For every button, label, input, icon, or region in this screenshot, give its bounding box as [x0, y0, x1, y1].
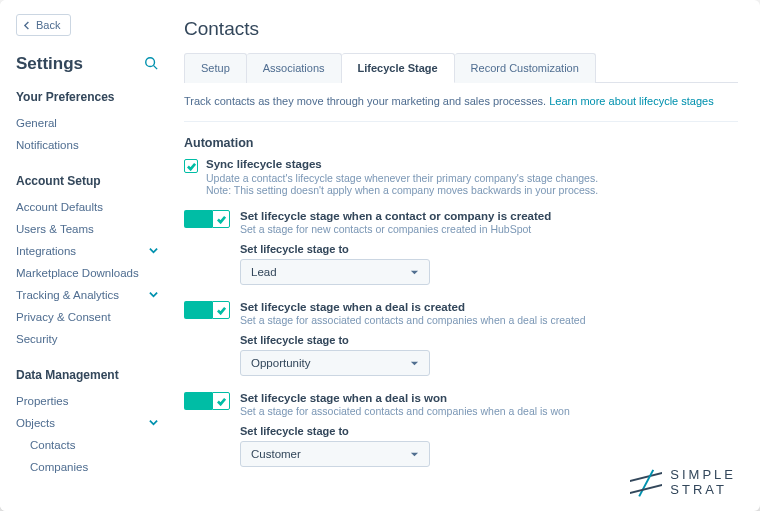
- select-deal-created-stage[interactable]: Opportunity: [240, 350, 430, 376]
- block-deal-won-help: Set a stage for associated contacts and …: [240, 405, 738, 417]
- block-deal-created-help: Set a stage for associated contacts and …: [240, 314, 738, 326]
- check-icon: [217, 397, 226, 406]
- sidebar-section-data: Data Management Properties Objects Conta…: [16, 368, 158, 478]
- desc-text: Track contacts as they move through your…: [184, 95, 549, 107]
- set-stage-label: Set lifecycle stage to: [240, 243, 738, 255]
- brand-logo: SIMPLE STRAT: [630, 468, 736, 497]
- check-icon: [187, 162, 196, 171]
- toggle-check: [212, 301, 230, 319]
- sidebar-item-tracking[interactable]: Tracking & Analytics: [16, 284, 158, 306]
- sidebar-item-security[interactable]: Security: [16, 328, 158, 350]
- tab-description: Track contacts as they move through your…: [184, 83, 738, 122]
- sync-lifecycle-help: Update a contact's lifecycle stage whene…: [206, 172, 626, 196]
- block-created-title: Set lifecycle stage when a contact or co…: [240, 210, 738, 222]
- sidebar-heading-account: Account Setup: [16, 174, 158, 188]
- select-value: Customer: [251, 448, 301, 460]
- app-frame: Back Settings Your Preferences General N…: [0, 0, 760, 511]
- svg-line-1: [154, 65, 158, 69]
- sidebar-item-users-teams[interactable]: Users & Teams: [16, 218, 158, 240]
- sidebar-item-privacy[interactable]: Privacy & Consent: [16, 306, 158, 328]
- sync-lifecycle-label: Sync lifecycle stages: [206, 158, 626, 170]
- tab-associations[interactable]: Associations: [247, 53, 342, 83]
- caret-down-icon: [410, 359, 419, 368]
- search-icon[interactable]: [144, 56, 158, 73]
- chevron-left-icon: [23, 21, 32, 30]
- block-created-help: Set a stage for new contacts or companie…: [240, 223, 738, 235]
- check-icon: [217, 306, 226, 315]
- settings-header: Settings: [16, 54, 158, 74]
- sidebar-item-marketplace[interactable]: Marketplace Downloads: [16, 262, 158, 284]
- block-deal-created-title: Set lifecycle stage when a deal is creat…: [240, 301, 738, 313]
- toggle-created[interactable]: [184, 210, 230, 228]
- select-value: Lead: [251, 266, 277, 278]
- check-icon: [217, 215, 226, 224]
- settings-title: Settings: [16, 54, 83, 74]
- toggle-deal-won[interactable]: [184, 392, 230, 410]
- caret-down-icon: [410, 268, 419, 277]
- set-stage-label: Set lifecycle stage to: [240, 425, 738, 437]
- toggle-check: [212, 392, 230, 410]
- chevron-down-icon: [149, 245, 158, 257]
- block-deal-won-title: Set lifecycle stage when a deal is won: [240, 392, 738, 404]
- back-button[interactable]: Back: [16, 14, 71, 36]
- caret-down-icon: [410, 450, 419, 459]
- sidebar-section-preferences: Your Preferences General Notifications: [16, 90, 158, 156]
- select-deal-won-stage[interactable]: Customer: [240, 441, 430, 467]
- sidebar-heading-preferences: Your Preferences: [16, 90, 158, 104]
- learn-more-link[interactable]: Learn more about lifecycle stages: [549, 95, 713, 107]
- toggle-check: [212, 210, 230, 228]
- toggle-deal-created[interactable]: [184, 301, 230, 319]
- sidebar-item-companies[interactable]: Companies: [16, 456, 158, 478]
- page-title: Contacts: [184, 18, 738, 40]
- sync-lifecycle-row: Sync lifecycle stages Update a contact's…: [184, 158, 738, 196]
- sidebar-item-notifications[interactable]: Notifications: [16, 134, 158, 156]
- main-content: Contacts Setup Associations Lifecycle St…: [170, 0, 760, 511]
- sidebar-item-account-defaults[interactable]: Account Defaults: [16, 196, 158, 218]
- tabs: Setup Associations Lifecycle Stage Recor…: [184, 52, 738, 83]
- lifecycle-block-deal-created: Set lifecycle stage when a deal is creat…: [184, 301, 738, 376]
- sidebar: Back Settings Your Preferences General N…: [0, 0, 170, 511]
- chevron-down-icon: [149, 289, 158, 301]
- sidebar-item-properties[interactable]: Properties: [16, 390, 158, 412]
- tab-record-customization[interactable]: Record Customization: [455, 53, 596, 83]
- toggle-track: [184, 301, 212, 319]
- sidebar-section-account: Account Setup Account Defaults Users & T…: [16, 174, 158, 350]
- chevron-down-icon: [149, 417, 158, 429]
- toggle-track: [184, 210, 212, 228]
- select-created-stage[interactable]: Lead: [240, 259, 430, 285]
- lifecycle-block-deal-won: Set lifecycle stage when a deal is won S…: [184, 392, 738, 467]
- sync-lifecycle-checkbox[interactable]: [184, 159, 198, 173]
- select-value: Opportunity: [251, 357, 310, 369]
- back-label: Back: [36, 19, 60, 31]
- set-stage-label: Set lifecycle stage to: [240, 334, 738, 346]
- sidebar-item-contacts[interactable]: Contacts: [16, 434, 158, 456]
- lifecycle-block-created: Set lifecycle stage when a contact or co…: [184, 210, 738, 285]
- toggle-track: [184, 392, 212, 410]
- sidebar-heading-data: Data Management: [16, 368, 158, 382]
- tab-setup[interactable]: Setup: [184, 53, 247, 83]
- sidebar-item-general[interactable]: General: [16, 112, 158, 134]
- brand-line2: STRAT: [670, 483, 736, 497]
- sidebar-item-objects[interactable]: Objects: [16, 412, 158, 434]
- sidebar-item-integrations[interactable]: Integrations: [16, 240, 158, 262]
- svg-point-0: [146, 57, 155, 66]
- brand-mark-icon: [630, 470, 662, 496]
- tab-lifecycle-stage[interactable]: Lifecycle Stage: [342, 53, 455, 83]
- brand-line1: SIMPLE: [670, 468, 736, 482]
- automation-heading: Automation: [184, 136, 738, 150]
